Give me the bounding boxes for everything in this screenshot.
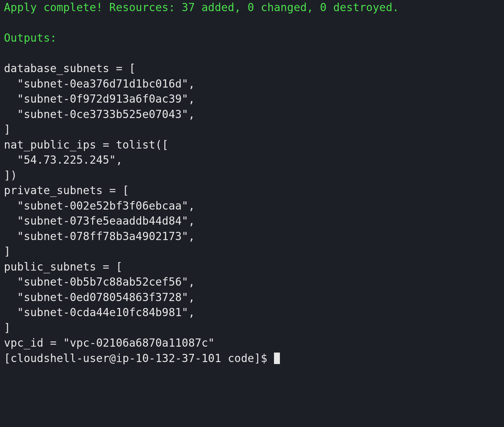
public-subnets-item: "subnet-0ed078054863f3728", xyxy=(4,291,195,304)
vpc-id-line: vpc_id = "vpc-02106a6870a11087c" xyxy=(4,336,215,349)
nat-public-ips-item: "54.73.225.245", xyxy=(4,153,122,166)
private-subnets-item: "subnet-073fe5eaaddb44d84", xyxy=(4,214,195,227)
public-subnets-item: "subnet-0b5b7c88ab52cef56", xyxy=(4,275,195,288)
database-subnets-item: "subnet-0ce3733b525e07043", xyxy=(4,108,195,121)
nat-public-ips-close: ]) xyxy=(4,169,17,182)
database-subnets-item: "subnet-0f972d913a6f0ac39", xyxy=(4,92,195,105)
database-subnets-item: "subnet-0ea376d71d1bc016d", xyxy=(4,77,195,90)
public-subnets-item: "subnet-0cda44e10fc84b981", xyxy=(4,306,195,319)
public-subnets-open: public_subnets = [ xyxy=(4,260,122,273)
private-subnets-item: "subnet-078ff78b3a4902173", xyxy=(4,230,195,243)
public-subnets-close: ] xyxy=(4,321,10,334)
nat-public-ips-open: nat_public_ips = tolist([ xyxy=(4,138,169,151)
private-subnets-close: ] xyxy=(4,245,10,258)
shell-prompt: [cloudshell-user@ip-10-132-37-101 code]$ xyxy=(4,352,274,365)
terminal-output[interactable]: Apply complete! Resources: 37 added, 0 c… xyxy=(0,0,504,366)
database-subnets-open: database_subnets = [ xyxy=(4,62,136,75)
private-subnets-open: private_subnets = [ xyxy=(4,184,129,197)
database-subnets-close: ] xyxy=(4,123,10,136)
cursor[interactable] xyxy=(274,353,280,364)
outputs-header: Outputs: xyxy=(4,31,57,44)
private-subnets-item: "subnet-002e52bf3f06ebcaa", xyxy=(4,199,195,212)
apply-summary-line: Apply complete! Resources: 37 added, 0 c… xyxy=(4,1,399,14)
